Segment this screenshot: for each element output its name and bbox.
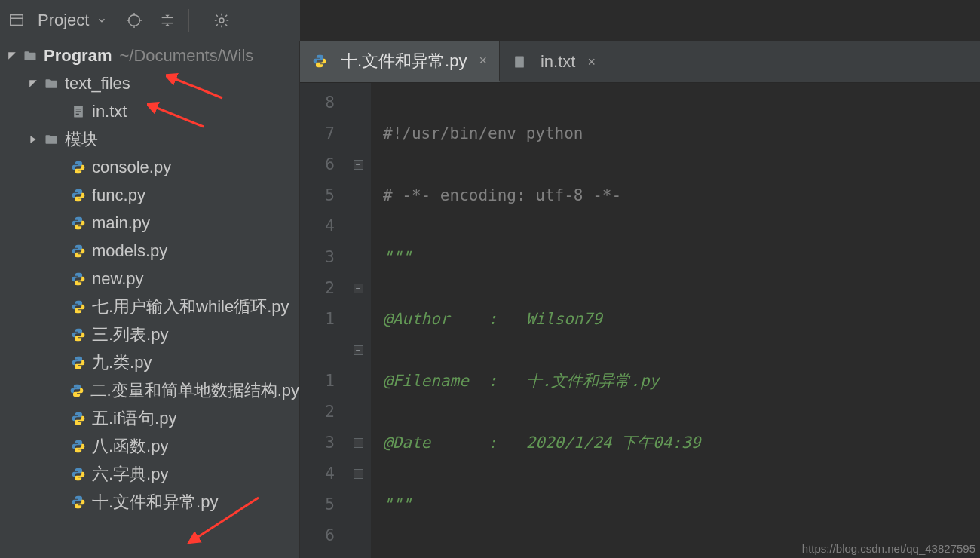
svg-rect-0 xyxy=(11,15,23,26)
code-line: """ xyxy=(383,248,412,266)
svg-point-9 xyxy=(220,18,225,23)
tab-active[interactable]: 十.文件和异常.py × xyxy=(300,41,500,82)
intention-bulb-icon[interactable]: 💡 xyxy=(383,551,402,558)
target-icon[interactable] xyxy=(118,8,151,33)
chevron-down-icon[interactable] xyxy=(27,78,39,90)
tree-root[interactable]: Program ~/Documents/Wils xyxy=(0,41,299,69)
tree-file-py[interactable]: models.py xyxy=(0,237,299,265)
chevron-down-icon[interactable] xyxy=(6,50,18,62)
file-label: 八.函数.py xyxy=(92,435,168,458)
file-label: new.py xyxy=(92,269,144,289)
code-line: #!/usr/bin/env python xyxy=(383,124,583,143)
tree-file-py[interactable]: 二.变量和简单地数据结构.py xyxy=(0,376,299,404)
tree-file-in-txt[interactable]: in.txt xyxy=(0,97,299,125)
tab-label: 十.文件和异常.py xyxy=(341,50,467,72)
tree-file-py[interactable]: func.py xyxy=(0,181,299,209)
tree-file-py[interactable]: 九.类.py xyxy=(0,348,299,376)
line-gutter: 876543211234567 xyxy=(300,83,345,558)
folder-label: 模块 xyxy=(65,128,98,151)
file-label: 十.文件和异常.py xyxy=(92,491,218,514)
file-label: 三.列表.py xyxy=(92,323,168,346)
tree-file-py[interactable]: 六.字典.py xyxy=(0,460,299,488)
chevron-right-icon[interactable] xyxy=(27,133,39,146)
tree-file-py[interactable]: 八.函数.py xyxy=(0,432,299,460)
fold-marker[interactable]: − xyxy=(354,284,363,293)
project-toolbar: Project xyxy=(0,0,300,41)
fold-marker[interactable]: − xyxy=(354,160,363,170)
collapse-icon[interactable] xyxy=(151,8,184,33)
toolbar-separator xyxy=(188,9,204,32)
root-path: ~/Documents/Wils xyxy=(119,46,253,66)
code-line: # -*- encoding: utf-8 -*- xyxy=(383,186,621,204)
tree-file-list: console.pyfunc.pymain.pymodels.pynew.py七… xyxy=(0,153,299,516)
file-label: console.py xyxy=(92,158,171,177)
gear-icon[interactable] xyxy=(205,8,238,33)
tab-label: in.txt xyxy=(541,52,575,72)
code-line: @Filename : 十.文件和异常.py xyxy=(383,372,659,390)
file-label: 七.用户输入和while循环.py xyxy=(92,296,289,318)
project-tree: Program ~/Documents/Wils text_files in.t… xyxy=(0,41,300,558)
svg-point-2 xyxy=(129,15,140,26)
tree-file-py[interactable]: 十.文件和异常.py xyxy=(0,488,299,516)
project-view-icon[interactable] xyxy=(0,8,33,33)
tree-file-py[interactable]: main.py xyxy=(0,209,299,237)
tree-file-py[interactable]: 五.if语句.py xyxy=(0,404,299,432)
file-label: main.py xyxy=(92,213,150,233)
file-label: 九.类.py xyxy=(92,351,152,374)
file-label: 六.字典.py xyxy=(92,463,168,486)
tab-other[interactable]: in.txt × xyxy=(500,41,608,82)
close-icon[interactable]: × xyxy=(587,54,596,70)
tree-folder-modules[interactable]: 模块 xyxy=(0,125,299,153)
text-file-icon xyxy=(512,54,527,69)
close-icon[interactable]: × xyxy=(479,53,487,69)
file-label: func.py xyxy=(92,185,145,205)
svg-rect-17 xyxy=(515,57,524,68)
fold-marker[interactable]: − xyxy=(354,345,363,355)
fold-marker[interactable]: − xyxy=(354,469,363,479)
file-label: models.py xyxy=(92,241,167,261)
tree-file-py[interactable]: new.py xyxy=(0,265,299,293)
fold-column: − − − − − xyxy=(345,83,371,558)
project-dropdown-icon[interactable] xyxy=(96,11,107,30)
editor-pane: 十.文件和异常.py × in.txt × 876543211234567 − … xyxy=(300,41,980,558)
code-editor[interactable]: 876543211234567 − − − − − #!/usr/bin/env… xyxy=(300,83,980,558)
code-line: """ xyxy=(383,495,412,514)
tree-folder-text-files[interactable]: text_files xyxy=(0,69,299,97)
code-content[interactable]: #!/usr/bin/env python # -*- encoding: ut… xyxy=(371,83,980,558)
code-line: @Author : Wilson79 xyxy=(383,310,602,328)
tree-file-py[interactable]: 七.用户输入和while循环.py xyxy=(0,293,299,320)
watermark: https://blog.csdn.net/qq_43827595 xyxy=(802,542,975,555)
file-label: in.txt xyxy=(92,102,127,121)
file-label: 五.if语句.py xyxy=(92,407,176,430)
python-icon xyxy=(312,54,327,69)
project-label[interactable]: Project xyxy=(38,11,89,30)
fold-marker[interactable]: − xyxy=(354,438,363,448)
tree-file-py[interactable]: console.py xyxy=(0,153,299,181)
root-name: Program xyxy=(44,46,112,66)
editor-tabs: 十.文件和异常.py × in.txt × xyxy=(300,41,980,83)
code-line: @Date : 2020/1/24 下午04:39 xyxy=(383,434,700,452)
tree-file-py[interactable]: 三.列表.py xyxy=(0,320,299,348)
folder-label: text_files xyxy=(65,74,130,94)
file-label: 二.变量和简单地数据结构.py xyxy=(90,379,299,402)
